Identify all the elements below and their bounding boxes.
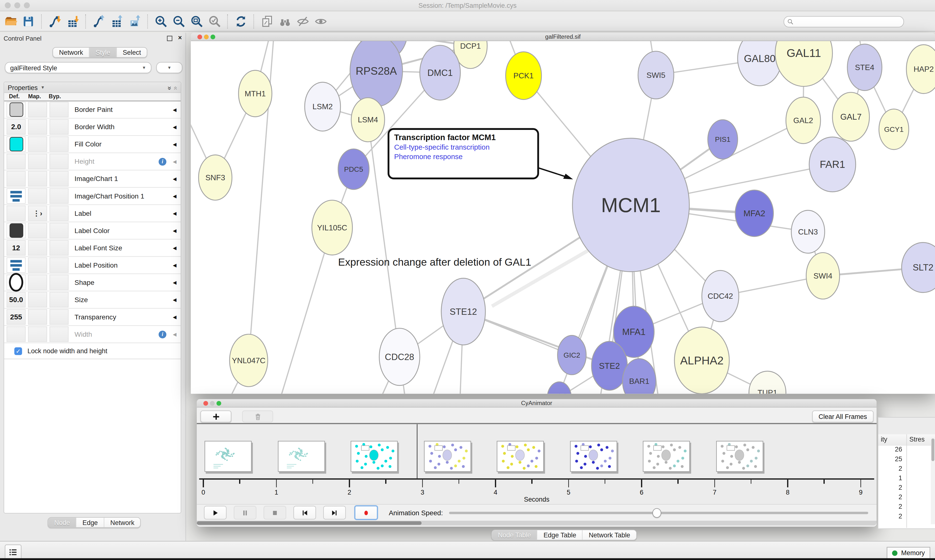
open-session-button[interactable] bbox=[2, 13, 20, 29]
property-row-label-font-size[interactable]: 12Label Font Size◀ bbox=[4, 239, 181, 257]
property-row-image-chart-position-1[interactable]: Image/Chart Position 1◀ bbox=[4, 188, 181, 205]
default-cell[interactable] bbox=[6, 257, 26, 273]
tab-select[interactable]: Select bbox=[117, 48, 147, 57]
cyanimator-titlebar[interactable]: CyAnimator bbox=[197, 399, 876, 408]
network-node-alpha2[interactable]: ALPHA2 bbox=[674, 327, 729, 394]
bypass-cell[interactable] bbox=[49, 154, 68, 169]
default-cell[interactable]: 2.0 bbox=[6, 119, 26, 135]
property-row-width[interactable]: Widthi◀ bbox=[4, 326, 181, 343]
network-node-ynl047c[interactable]: YNL047C bbox=[230, 334, 268, 387]
network-node-mth1[interactable]: MTH1 bbox=[239, 70, 272, 117]
network-node-swi4[interactable]: SWI4 bbox=[806, 252, 839, 299]
collapse-row-icon[interactable]: ◀ bbox=[173, 124, 176, 130]
mapping-cell[interactable] bbox=[28, 223, 47, 238]
bypass-cell[interactable] bbox=[49, 119, 68, 135]
mapping-cell[interactable] bbox=[28, 257, 47, 273]
bypass-cell[interactable] bbox=[49, 275, 68, 290]
tab-network[interactable]: Network bbox=[53, 48, 89, 57]
collapse-row-icon[interactable]: ◀ bbox=[173, 142, 176, 147]
save-session-button[interactable] bbox=[20, 13, 37, 29]
network-node-pck1[interactable]: PCK1 bbox=[506, 52, 542, 100]
column-header-stress[interactable]: Stres bbox=[909, 435, 925, 443]
zoom-out-button[interactable] bbox=[170, 13, 188, 29]
animation-frame-thumbnail-5[interactable] bbox=[570, 441, 617, 472]
animation-timeline[interactable]: Seconds 0123456789 bbox=[197, 424, 876, 504]
style-tab-network[interactable]: Network bbox=[105, 518, 140, 527]
bypass-cell[interactable] bbox=[49, 240, 68, 256]
delete-frame-button[interactable] bbox=[242, 411, 273, 422]
network-node-gcy1[interactable]: GCY1 bbox=[879, 109, 909, 149]
property-row-label-color[interactable]: Label Color◀ bbox=[4, 222, 181, 239]
animation-frame-thumbnail-6[interactable] bbox=[643, 441, 690, 472]
network-canvas[interactable]: DCP1RPS28ADMC1PCK1MTH1LSM2LSM4SWI5GAL80G… bbox=[191, 41, 935, 394]
task-history-button[interactable] bbox=[5, 545, 22, 560]
mapping-cell[interactable] bbox=[28, 275, 47, 290]
property-row-image-chart-1[interactable]: Image/Chart 1◀ bbox=[4, 170, 181, 188]
default-cell[interactable] bbox=[6, 102, 26, 117]
search-box[interactable] bbox=[784, 16, 904, 28]
network-window-titlebar[interactable]: galFiltered.sif bbox=[191, 33, 935, 41]
properties-header[interactable]: Properties ▼ » « bbox=[4, 82, 181, 93]
import-network-button[interactable] bbox=[46, 13, 64, 29]
collapse-row-icon[interactable]: ◀ bbox=[173, 228, 176, 233]
network-node-swi5[interactable]: SWI5 bbox=[638, 51, 674, 99]
export-table-button[interactable] bbox=[108, 13, 126, 29]
animation-frame-thumbnail-3[interactable] bbox=[424, 441, 471, 472]
mapping-cell[interactable] bbox=[28, 292, 47, 308]
animation-frame-thumbnail-4[interactable] bbox=[497, 441, 544, 472]
close-panel-icon[interactable]: × bbox=[178, 34, 182, 41]
default-cell[interactable] bbox=[6, 171, 26, 186]
animation-frame-thumbnail-7[interactable] bbox=[716, 441, 763, 472]
network-node-lsm2[interactable]: LSM2 bbox=[305, 82, 340, 131]
network-node-pis1[interactable]: PIS1 bbox=[708, 120, 738, 159]
stop-button[interactable] bbox=[264, 506, 286, 519]
mapping-cell[interactable] bbox=[28, 171, 47, 186]
mapping-cell[interactable] bbox=[28, 188, 47, 204]
memory-button[interactable]: Memory bbox=[887, 547, 930, 559]
table-scrollbar[interactable] bbox=[931, 437, 935, 525]
annotation-link[interactable]: Pheromone response bbox=[394, 152, 532, 161]
property-row-border-width[interactable]: 2.0Border Width◀ bbox=[4, 118, 181, 136]
search-input[interactable] bbox=[794, 17, 904, 26]
collapse-row-icon[interactable]: ◀ bbox=[173, 314, 176, 320]
collapse-row-icon[interactable]: ◀ bbox=[173, 263, 176, 268]
network-node-lsm4[interactable]: LSM4 bbox=[351, 98, 384, 142]
collapse-row-icon[interactable]: ◀ bbox=[173, 194, 176, 199]
lock-checkbox[interactable]: ✓ bbox=[14, 347, 22, 355]
bypass-cell[interactable] bbox=[49, 206, 68, 221]
style-tab-edge[interactable]: Edge bbox=[76, 518, 104, 527]
collapse-row-icon[interactable]: ◀ bbox=[173, 332, 176, 337]
skip-start-button[interactable] bbox=[293, 506, 316, 519]
info-icon[interactable]: i bbox=[159, 330, 166, 338]
network-node-pdc5[interactable]: PDC5 bbox=[338, 149, 369, 189]
network-node-yil105c[interactable]: YIL105C bbox=[312, 200, 353, 255]
default-cell[interactable] bbox=[6, 275, 26, 290]
default-cell[interactable]: 12 bbox=[6, 240, 26, 256]
property-row-shape[interactable]: Shape◀ bbox=[4, 274, 181, 291]
style-selector[interactable]: galFiltered Style ▼ bbox=[5, 62, 151, 74]
info-icon[interactable]: i bbox=[159, 158, 166, 165]
show-details-button[interactable] bbox=[312, 13, 330, 29]
play-button[interactable] bbox=[204, 506, 227, 519]
clear-all-frames-button[interactable]: Clear All Frames bbox=[812, 411, 874, 422]
animation-frame-thumbnail-0[interactable] bbox=[205, 441, 251, 472]
refresh-layout-button[interactable] bbox=[232, 13, 250, 29]
bypass-cell[interactable] bbox=[49, 257, 68, 273]
export-image-button[interactable] bbox=[126, 13, 143, 29]
network-node-gic2[interactable]: GIC2 bbox=[558, 335, 586, 375]
network-node-gal2[interactable]: GAL2 bbox=[786, 97, 821, 143]
column-header-ity[interactable]: ity bbox=[881, 435, 887, 443]
network-node-mfa2[interactable]: MFA2 bbox=[735, 190, 774, 237]
animation-speed-slider[interactable] bbox=[449, 506, 868, 519]
timeline-scrollbar[interactable] bbox=[197, 521, 876, 525]
network-node-far1[interactable]: FAR1 bbox=[809, 137, 856, 192]
copy-view-button[interactable] bbox=[258, 13, 276, 29]
mapping-cell[interactable] bbox=[28, 240, 47, 256]
animation-frame-thumbnail-1[interactable] bbox=[278, 441, 325, 472]
network-node-cdc28[interactable]: CDC28 bbox=[380, 328, 420, 385]
property-row-fill-color[interactable]: Fill Color◀ bbox=[4, 136, 181, 153]
network-node-cdc42[interactable]: CDC42 bbox=[702, 271, 739, 322]
pause-button[interactable] bbox=[234, 506, 256, 519]
network-node-ste12[interactable]: STE12 bbox=[441, 278, 485, 345]
property-row-transparency[interactable]: 255Transparency◀ bbox=[4, 309, 181, 326]
